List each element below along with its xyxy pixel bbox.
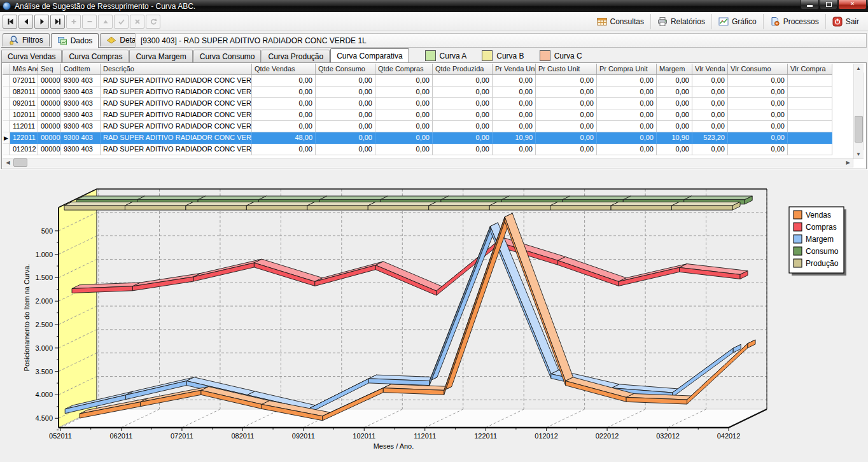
table-cell: 0,00 [657, 75, 692, 87]
sair-button[interactable]: Sair [825, 14, 865, 29]
table-cell: RAD SUPER ADITIVO RADIADOR CONC VERDE 1L [101, 121, 252, 132]
column-header[interactable]: Mês Ano [10, 64, 38, 75]
table-cell: 112011 [10, 121, 38, 132]
grid-horizontal-scrollbar[interactable]: ◀ ▶ [3, 158, 853, 167]
table-cell: 0,00 [252, 144, 316, 155]
grid-header-row: Mês AnoSeqCodItemDescriçãoQtde VendasQtd… [10, 64, 852, 75]
table-cell [788, 75, 832, 87]
column-header[interactable]: Pr Compra Unit [597, 64, 657, 75]
y-tick-label: 1.000 [35, 251, 53, 258]
table-cell: 0,00 [433, 109, 493, 121]
table-cell: 523,20 [692, 132, 728, 144]
subtab-curva-comparativa[interactable]: Curva Comparativa [330, 48, 409, 62]
table-row[interactable]: 0920110000019300 403RAD SUPER ADITIVO RA… [10, 98, 852, 109]
table-cell: 9300 403 [61, 132, 101, 144]
table-row[interactable]: 0120120000019300 403RAD SUPER ADITIVO RA… [10, 144, 852, 155]
column-header[interactable]: Seq [38, 64, 61, 75]
exit-icon [832, 17, 843, 27]
table-cell: 9300 403 [61, 109, 101, 121]
scroll-left-arrow[interactable]: ◀ [3, 158, 13, 167]
column-header[interactable]: CodItem [61, 64, 101, 75]
nav-last-button[interactable] [50, 15, 65, 29]
y-tick-label: 500 [41, 227, 53, 235]
column-header[interactable]: Margem [657, 64, 692, 75]
nav-next-button[interactable] [34, 15, 49, 29]
table-cell: 0,00 [433, 98, 493, 109]
column-header[interactable]: Vlr Compra [788, 64, 832, 75]
subtab-curva-consumo[interactable]: Curva Consumo [193, 50, 262, 62]
tab-label: Dados [71, 36, 93, 45]
close-button[interactable]: ✕ [838, 0, 867, 10]
table-cell: 0,00 [657, 144, 692, 155]
subtab-curva-producao[interactable]: Curva Produção [262, 50, 330, 62]
table-cell: 000001 [38, 132, 61, 144]
chart-icon [718, 17, 729, 27]
scroll-down-arrow[interactable]: ▼ [854, 150, 864, 158]
details-icon [106, 35, 116, 45]
x-tick-label: 062011 [110, 432, 133, 440]
table-cell: 0,00 [433, 132, 493, 144]
grid-vertical-scrollbar[interactable]: ▲ ▼ [853, 64, 864, 159]
subtab-curva-vendas[interactable]: Curva Vendas [1, 50, 62, 62]
column-header[interactable]: Descrição [101, 64, 252, 75]
table-row[interactable]: 1120110000019300 403RAD SUPER ADITIVO RA… [10, 121, 852, 132]
table-row[interactable]: 0720110000019300 403RAD SUPER ADITIVO RA… [10, 75, 852, 87]
table-cell [788, 98, 832, 109]
nav-prior-button[interactable] [18, 15, 33, 29]
table-row[interactable]: 1220110000019300 403RAD SUPER ADITIVO RA… [10, 132, 852, 144]
table-cell: 0,00 [375, 98, 433, 109]
column-header[interactable]: Qtde Compras [375, 64, 433, 75]
processos-button[interactable]: Processos [763, 14, 825, 29]
legend-label: Compras [806, 223, 837, 232]
y-tick-label: 2.000 [35, 297, 53, 305]
subtab-curva-compras[interactable]: Curva Compras [62, 50, 129, 62]
minimize-button[interactable] [801, 0, 819, 10]
curve-class-a: Curva A [425, 50, 467, 61]
column-header[interactable]: Pr Custo Unit [536, 64, 597, 75]
scroll-right-arrow[interactable]: ▶ [843, 158, 853, 167]
column-header[interactable]: Vlr Consumo [728, 64, 788, 75]
table-cell: 0,00 [252, 75, 316, 87]
x-tick-label: 042012 [717, 432, 741, 440]
column-header[interactable]: Qtde Consumo [316, 64, 375, 75]
table-cell: 0,00 [692, 109, 728, 121]
grid-panel: ▶ Mês AnoSeqCodItemDescriçãoQtde VendasQ… [1, 62, 867, 169]
table-cell: 0,00 [597, 109, 657, 121]
table-cell: 072011 [10, 75, 38, 87]
toolbar-action-label: Gráfico [732, 17, 757, 26]
column-header[interactable]: Qtde Vendas [252, 64, 316, 75]
table-cell: 0,00 [316, 144, 375, 155]
y-tick-label: 2.500 [35, 321, 53, 328]
subtab-label: Curva Margem [136, 52, 186, 61]
item-header: [9300 403] - RAD SUPER ADITIVO RADIADOR … [135, 33, 867, 48]
column-header[interactable]: Vlr Venda [692, 64, 728, 75]
table-cell [788, 87, 832, 98]
y-axis-title: Posicionamento do Item na Curva. [23, 264, 31, 372]
relatorios-button[interactable]: Relatórios [650, 14, 711, 29]
tab-filtros[interactable]: Filtros [3, 33, 50, 46]
table-cell: 0,00 [692, 75, 728, 87]
vertical-scroll-thumb[interactable] [855, 116, 863, 143]
consultas-button[interactable]: Consultas [591, 14, 650, 29]
table-cell: 0,00 [536, 87, 597, 98]
table-cell: 9300 403 [61, 121, 101, 132]
title-bar: Análise de Sugestão de Ressuprimento - C… [0, 0, 868, 12]
nav-first-button[interactable] [3, 15, 17, 29]
table-cell: 0,00 [433, 87, 493, 98]
table-row[interactable]: 0820110000019300 403RAD SUPER ADITIVO RA… [10, 87, 852, 98]
maximize-button[interactable] [820, 0, 837, 10]
column-header[interactable]: Qtde Produzida [433, 64, 493, 75]
horizontal-scroll-thumb[interactable] [13, 158, 27, 167]
table-row[interactable]: 1020110000019300 403RAD SUPER ADITIVO RA… [10, 109, 852, 121]
table-cell: 000001 [38, 87, 61, 98]
table-cell: 0,00 [433, 75, 493, 87]
chart-floor [59, 409, 767, 428]
scroll-up-arrow[interactable]: ▲ [854, 64, 864, 73]
column-header[interactable]: Pr Venda Unit [493, 64, 536, 75]
subtab-curva-margem[interactable]: Curva Margem [129, 50, 192, 62]
toolbar: ConsultasRelatóriosGráficoProcessosSair [0, 12, 868, 31]
table-cell: 0,00 [316, 87, 375, 98]
tab-dados[interactable]: Dados [51, 33, 99, 48]
grafico-button[interactable]: Gráfico [711, 14, 763, 29]
window-title: Análise de Sugestão de Ressuprimento - C… [15, 2, 195, 11]
